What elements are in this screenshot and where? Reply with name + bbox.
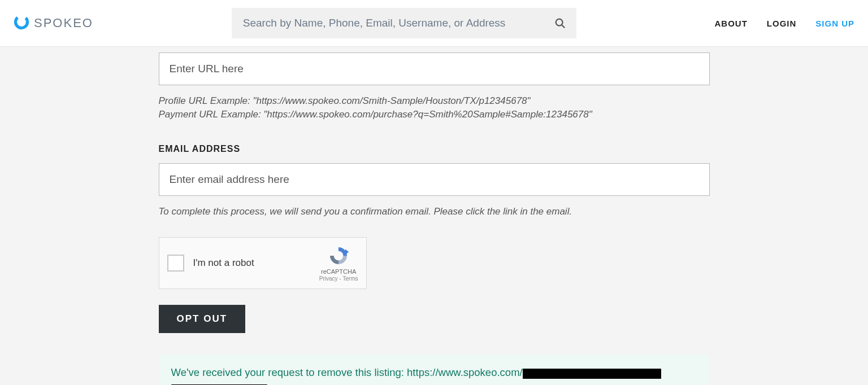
svg-marker-3 (345, 249, 349, 255)
url-help-text: Profile URL Example: "https://www.spokeo… (159, 94, 710, 121)
nav-about[interactable]: ABOUT (714, 19, 747, 28)
confirmation-text-2: Please allow 2-3 days for all updates to… (267, 383, 563, 385)
header-search (232, 8, 576, 38)
recaptcha-brand-text: reCAPTCHA (319, 268, 358, 275)
recaptcha-widget: I'm not a robot reCAPTCHA Privacy - Term… (159, 237, 367, 289)
url-help-line-2: Payment URL Example: "https://www.spokeo… (159, 108, 710, 121)
recaptcha-links: Privacy - Terms (319, 275, 358, 282)
nav-signup[interactable]: SIGN UP (815, 19, 854, 28)
brand-name: SPOKEO (34, 16, 93, 30)
search-icon[interactable] (554, 17, 566, 29)
header-nav: ABOUT LOGIN SIGN UP (714, 19, 854, 28)
email-input[interactable] (159, 163, 710, 196)
optout-button[interactable]: OPT OUT (159, 305, 246, 333)
optout-form: Profile URL Example: "https://www.spokeo… (159, 47, 710, 385)
email-help-text: To complete this process, we will send y… (159, 205, 710, 218)
recaptcha-icon (319, 244, 358, 267)
confirmation-message: We've received your request to remove th… (159, 355, 710, 385)
brand-logo-icon (14, 14, 29, 32)
recaptcha-checkbox[interactable] (167, 255, 184, 272)
svg-point-1 (555, 19, 562, 26)
recaptcha-label: I'm not a robot (193, 257, 254, 269)
nav-login[interactable]: LOGIN (767, 19, 797, 28)
site-header: SPOKEO ABOUT LOGIN SIGN UP (0, 0, 868, 47)
recaptcha-brand: reCAPTCHA Privacy - Terms (319, 244, 358, 282)
url-help-line-1: Profile URL Example: "https://www.spokeo… (159, 94, 710, 108)
svg-line-2 (562, 25, 565, 28)
confirmation-text-1: We've received your request to remove th… (171, 366, 523, 378)
brand-logo[interactable]: SPOKEO (14, 14, 93, 32)
email-label: EMAIL ADDRESS (159, 144, 710, 154)
redacted-url-part (523, 369, 661, 379)
url-input[interactable] (159, 53, 710, 85)
search-input[interactable] (232, 8, 576, 38)
svg-point-0 (14, 14, 29, 30)
